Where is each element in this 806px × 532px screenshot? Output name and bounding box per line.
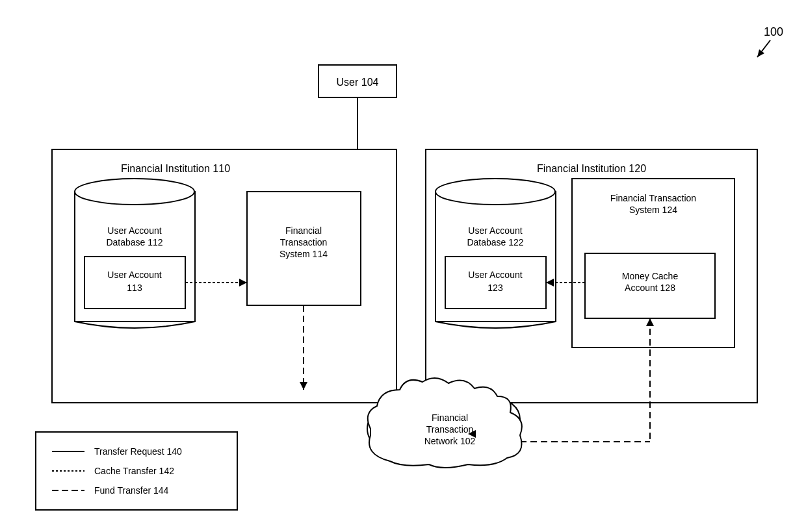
fi120-label: Financial Institution 120	[537, 163, 646, 174]
legend-transfer-request-label: Transfer Request 140	[94, 446, 182, 457]
ua123-label: User Account	[468, 270, 522, 280]
fts124-label: Financial Transaction	[610, 193, 696, 203]
uadb112-label: User Account	[107, 225, 161, 236]
uadb122-cylinder-top	[436, 179, 555, 205]
svg-text:123: 123	[488, 283, 503, 293]
uadb112-cylinder-top	[75, 179, 194, 205]
svg-text:Database 122: Database 122	[467, 237, 523, 247]
svg-marker-1	[757, 49, 764, 57]
ftn102-label: Financial	[432, 412, 468, 423]
svg-text:Network 102: Network 102	[424, 436, 476, 446]
svg-text:113: 113	[127, 283, 142, 293]
svg-text:System 114: System 114	[280, 249, 328, 259]
fts114-label: Financial	[285, 225, 322, 236]
legend-fund-transfer-label: Fund Transfer 144	[94, 485, 169, 496]
user-label: User 104	[337, 77, 379, 88]
svg-text:Account 128: Account 128	[625, 283, 675, 293]
svg-text:System 124: System 124	[629, 205, 677, 215]
fi110-label: Financial Institution 110	[121, 163, 230, 174]
svg-text:Database 112: Database 112	[106, 237, 162, 247]
svg-text:Transaction: Transaction	[426, 424, 474, 435]
ref-number: 100	[764, 25, 783, 38]
mca128-label: Money Cache	[622, 271, 679, 281]
legend-cache-transfer-label: Cache Transfer 142	[94, 466, 174, 476]
uadb122-label: User Account	[468, 225, 522, 236]
svg-text:Transaction: Transaction	[280, 237, 328, 247]
ua113-label: User Account	[107, 270, 161, 280]
